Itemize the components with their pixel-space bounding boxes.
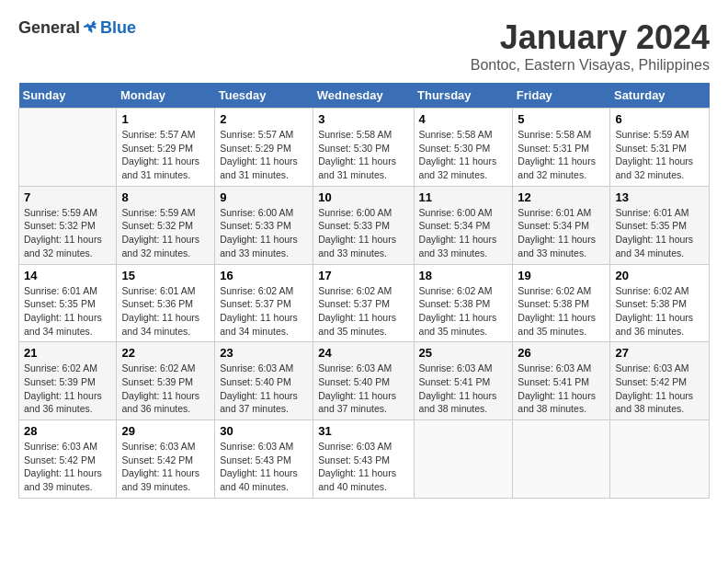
calendar-cell: 29Sunrise: 6:03 AM Sunset: 5:42 PM Dayli…: [117, 420, 215, 499]
logo-bird-icon: [82, 19, 100, 38]
calendar-cell: 5Sunrise: 5:58 AM Sunset: 5:31 PM Daylig…: [513, 109, 610, 187]
calendar-cell: 22Sunrise: 6:02 AM Sunset: 5:39 PM Dayli…: [117, 342, 215, 420]
day-info: Sunrise: 6:02 AM Sunset: 5:38 PM Dayligh…: [419, 284, 508, 339]
day-info: Sunrise: 6:03 AM Sunset: 5:42 PM Dayligh…: [24, 440, 111, 494]
day-info: Sunrise: 5:59 AM Sunset: 5:32 PM Dayligh…: [24, 206, 111, 260]
calendar-cell: 26Sunrise: 6:03 AM Sunset: 5:41 PM Dayli…: [513, 342, 610, 420]
day-info: Sunrise: 6:02 AM Sunset: 5:38 PM Dayligh…: [615, 284, 704, 339]
calendar-cell: 20Sunrise: 6:02 AM Sunset: 5:38 PM Dayli…: [610, 264, 710, 342]
day-number: 22: [121, 346, 210, 360]
calendar-cell: 1Sunrise: 5:57 AM Sunset: 5:29 PM Daylig…: [117, 109, 215, 187]
day-number: 27: [615, 346, 704, 360]
col-tuesday: Tuesday: [215, 83, 313, 109]
calendar-subtitle: Bontoc, Eastern Visayas, Philippines: [471, 57, 710, 74]
day-info: Sunrise: 6:00 AM Sunset: 5:34 PM Dayligh…: [419, 206, 508, 260]
logo: General Blue: [18, 18, 136, 38]
calendar-cell: 2Sunrise: 5:57 AM Sunset: 5:29 PM Daylig…: [215, 109, 313, 187]
day-number: 9: [220, 190, 308, 204]
day-number: 18: [419, 269, 508, 282]
day-number: 16: [220, 269, 308, 282]
day-info: Sunrise: 5:58 AM Sunset: 5:31 PM Dayligh…: [518, 128, 605, 182]
calendar-cell: 18Sunrise: 6:02 AM Sunset: 5:38 PM Dayli…: [414, 264, 513, 342]
day-info: Sunrise: 6:02 AM Sunset: 5:37 PM Dayligh…: [318, 284, 408, 339]
calendar-week-3: 14Sunrise: 6:01 AM Sunset: 5:35 PM Dayli…: [19, 264, 710, 342]
calendar-cell: 24Sunrise: 6:03 AM Sunset: 5:40 PM Dayli…: [313, 342, 414, 420]
calendar-cell: 28Sunrise: 6:03 AM Sunset: 5:42 PM Dayli…: [19, 420, 117, 499]
day-info: Sunrise: 5:59 AM Sunset: 5:32 PM Dayligh…: [121, 206, 210, 260]
day-info: Sunrise: 6:00 AM Sunset: 5:33 PM Dayligh…: [318, 206, 408, 260]
day-info: Sunrise: 6:03 AM Sunset: 5:42 PM Dayligh…: [615, 362, 704, 416]
day-number: 15: [121, 269, 210, 282]
calendar-cell: 16Sunrise: 6:02 AM Sunset: 5:37 PM Dayli…: [215, 264, 313, 342]
day-info: Sunrise: 5:58 AM Sunset: 5:30 PM Dayligh…: [318, 128, 408, 182]
day-info: Sunrise: 5:57 AM Sunset: 5:29 PM Dayligh…: [121, 128, 210, 182]
day-info: Sunrise: 6:03 AM Sunset: 5:41 PM Dayligh…: [518, 362, 605, 416]
header-row: Sunday Monday Tuesday Wednesday Thursday…: [19, 83, 710, 109]
day-info: Sunrise: 6:03 AM Sunset: 5:42 PM Dayligh…: [121, 440, 210, 494]
logo-general-text: General: [18, 18, 80, 38]
day-number: 31: [318, 424, 408, 438]
page-header: General Blue January 2024 Bontoc, Easter…: [18, 18, 710, 74]
day-number: 6: [615, 112, 704, 126]
calendar-cell: 17Sunrise: 6:02 AM Sunset: 5:37 PM Dayli…: [313, 264, 414, 342]
day-number: 20: [615, 269, 704, 282]
calendar-cell: 25Sunrise: 6:03 AM Sunset: 5:41 PM Dayli…: [414, 342, 513, 420]
calendar-cell: 7Sunrise: 5:59 AM Sunset: 5:32 PM Daylig…: [19, 186, 117, 264]
calendar-week-4: 21Sunrise: 6:02 AM Sunset: 5:39 PM Dayli…: [19, 342, 710, 420]
day-number: 29: [121, 424, 210, 438]
calendar-cell: 14Sunrise: 6:01 AM Sunset: 5:35 PM Dayli…: [19, 264, 117, 342]
day-number: 30: [220, 424, 308, 438]
col-wednesday: Wednesday: [313, 83, 414, 109]
day-info: Sunrise: 6:02 AM Sunset: 5:38 PM Dayligh…: [518, 284, 605, 339]
day-info: Sunrise: 6:03 AM Sunset: 5:40 PM Dayligh…: [318, 362, 408, 416]
day-number: 13: [615, 190, 704, 204]
calendar-cell: 3Sunrise: 5:58 AM Sunset: 5:30 PM Daylig…: [313, 109, 414, 187]
calendar-table: Sunday Monday Tuesday Wednesday Thursday…: [18, 83, 710, 499]
day-info: Sunrise: 6:01 AM Sunset: 5:35 PM Dayligh…: [24, 284, 111, 339]
col-friday: Friday: [513, 83, 610, 109]
day-number: 7: [24, 190, 111, 204]
col-saturday: Saturday: [610, 83, 710, 109]
day-number: 25: [419, 346, 508, 360]
calendar-cell: [19, 109, 117, 187]
calendar-cell: 10Sunrise: 6:00 AM Sunset: 5:33 PM Dayli…: [313, 186, 414, 264]
day-info: Sunrise: 6:02 AM Sunset: 5:39 PM Dayligh…: [121, 362, 210, 416]
calendar-cell: [610, 420, 710, 499]
calendar-cell: 27Sunrise: 6:03 AM Sunset: 5:42 PM Dayli…: [610, 342, 710, 420]
day-info: Sunrise: 6:00 AM Sunset: 5:33 PM Dayligh…: [220, 206, 308, 260]
calendar-week-5: 28Sunrise: 6:03 AM Sunset: 5:42 PM Dayli…: [19, 420, 710, 499]
day-number: 14: [24, 269, 111, 282]
calendar-cell: 30Sunrise: 6:03 AM Sunset: 5:43 PM Dayli…: [215, 420, 313, 499]
day-number: 8: [121, 190, 210, 204]
day-info: Sunrise: 5:57 AM Sunset: 5:29 PM Dayligh…: [220, 128, 308, 182]
day-info: Sunrise: 6:03 AM Sunset: 5:43 PM Dayligh…: [220, 440, 308, 494]
calendar-week-2: 7Sunrise: 5:59 AM Sunset: 5:32 PM Daylig…: [19, 186, 710, 264]
calendar-cell: [513, 420, 610, 499]
day-info: Sunrise: 6:01 AM Sunset: 5:36 PM Dayligh…: [121, 284, 210, 339]
calendar-cell: 19Sunrise: 6:02 AM Sunset: 5:38 PM Dayli…: [513, 264, 610, 342]
day-number: 26: [518, 346, 605, 360]
calendar-cell: [414, 420, 513, 499]
day-info: Sunrise: 5:59 AM Sunset: 5:31 PM Dayligh…: [615, 128, 704, 182]
day-number: 1: [121, 112, 210, 126]
calendar-cell: 21Sunrise: 6:02 AM Sunset: 5:39 PM Dayli…: [19, 342, 117, 420]
day-number: 12: [518, 190, 605, 204]
day-number: 21: [24, 346, 111, 360]
day-info: Sunrise: 6:01 AM Sunset: 5:35 PM Dayligh…: [615, 206, 704, 260]
title-area: January 2024 Bontoc, Eastern Visayas, Ph…: [471, 18, 710, 74]
day-number: 11: [419, 190, 508, 204]
day-number: 17: [318, 269, 408, 282]
col-thursday: Thursday: [414, 83, 513, 109]
calendar-cell: 6Sunrise: 5:59 AM Sunset: 5:31 PM Daylig…: [610, 109, 710, 187]
calendar-cell: 8Sunrise: 5:59 AM Sunset: 5:32 PM Daylig…: [117, 186, 215, 264]
day-number: 2: [220, 112, 308, 126]
calendar-title: January 2024: [471, 18, 710, 57]
calendar-cell: 4Sunrise: 5:58 AM Sunset: 5:30 PM Daylig…: [414, 109, 513, 187]
day-info: Sunrise: 6:01 AM Sunset: 5:34 PM Dayligh…: [518, 206, 605, 260]
col-monday: Monday: [117, 83, 215, 109]
day-number: 10: [318, 190, 408, 204]
day-number: 24: [318, 346, 408, 360]
day-info: Sunrise: 6:02 AM Sunset: 5:37 PM Dayligh…: [220, 284, 308, 339]
calendar-week-1: 1Sunrise: 5:57 AM Sunset: 5:29 PM Daylig…: [19, 109, 710, 187]
col-sunday: Sunday: [19, 83, 117, 109]
